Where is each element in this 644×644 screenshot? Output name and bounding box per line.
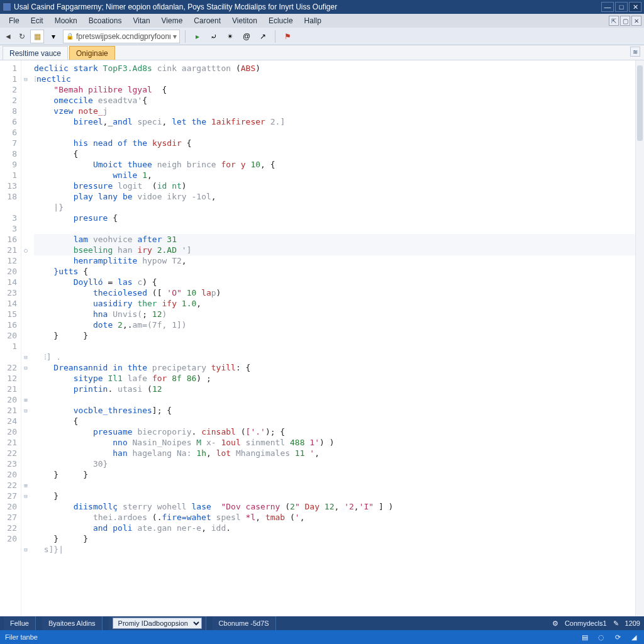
menu-mookn[interactable]: Mookn <box>50 15 82 26</box>
forward-icon[interactable]: ↻ <box>16 31 28 42</box>
link-icon[interactable]: ✴ <box>223 30 237 43</box>
code-line[interactable]: decliic stark TopF3.Ad8s cink aargattton… <box>34 63 635 74</box>
back-icon[interactable]: ◄ <box>3 31 14 42</box>
code-line[interactable]: vzew note_j <box>34 106 635 116</box>
code-line[interactable]: wnile 1, <box>34 170 635 180</box>
menu-vitan[interactable]: Vitan <box>128 15 155 26</box>
status-sep: ✎ <box>613 619 619 628</box>
code-line[interactable]: omeccile eseadtva'{ <box>34 95 635 106</box>
globe-icon[interactable]: @ <box>240 30 253 43</box>
tab-originaie[interactable]: Oniginaie <box>69 46 115 60</box>
status-bell-icon[interactable]: ◌ <box>596 632 606 642</box>
status-doc-icon[interactable]: ▤ <box>580 632 590 642</box>
code-line[interactable]: and poli ate.gan ner-e, idd. <box>34 523 635 533</box>
refresh-icon[interactable]: ⤾ <box>207 30 221 43</box>
code-line[interactable]: { <box>34 148 635 159</box>
code-line[interactable]: } } <box>34 533 635 544</box>
code-line[interactable]: "Bemah pilibre lgyal { <box>34 84 635 95</box>
scrollbar-thumb[interactable] <box>637 65 643 141</box>
status-signal-icon[interactable]: ◢ <box>629 632 639 642</box>
status-seg-fellue[interactable]: Fellue <box>4 616 36 630</box>
restore-icon[interactable]: ⇱ <box>609 16 619 26</box>
code-line[interactable]: dote 2,.am=(7f, 1]) <box>34 319 635 330</box>
code-line[interactable]: his nead of the kysdir { <box>34 138 635 148</box>
code-line[interactable]: ⁝] . <box>34 352 635 362</box>
code-line[interactable]: han hagelang Na: 1h, lot Mhangimales 11 … <box>34 448 635 458</box>
maximize-icon[interactable]: □ <box>615 2 628 12</box>
code-line[interactable]: s]}| <box>34 544 635 555</box>
code-line[interactable] <box>34 341 635 352</box>
code-line[interactable]: theciolesed ([ 'O" 10 lap) <box>34 287 635 298</box>
tab-realtime[interactable]: Resltime vauce <box>3 46 68 60</box>
fold-column[interactable]: ⊟○⊟⊟⊞⊟⊞⊟⊟ <box>21 60 30 616</box>
code-line[interactable]: Doylló = las c) { <box>34 277 635 287</box>
flag-icon[interactable]: ⚑ <box>280 30 294 43</box>
code-line[interactable]: bireel,_andl speci, let the 1aikfireser … <box>34 116 635 127</box>
menu-file[interactable]: Fle <box>4 15 25 26</box>
status-gear-icon[interactable]: ⚙ <box>552 619 558 628</box>
code-line[interactable]: }utts { <box>34 266 635 277</box>
menu-help[interactable]: Hallp <box>299 15 326 26</box>
code-line[interactable]: play lany be vidoe ikry -1ol, <box>34 191 635 202</box>
address-bar[interactable]: 🔒 ▾ <box>63 30 180 43</box>
address-dropdown-icon[interactable]: ▾ <box>173 32 177 41</box>
menu-edit[interactable]: Ecit <box>26 15 48 26</box>
close-inner-icon[interactable]: ✕ <box>631 16 641 26</box>
code-line[interactable]: printin. utasi (12 <box>34 384 635 394</box>
code-line[interactable]: nno Nasin_Noipes M x- 1oul sinmentl 488 … <box>34 437 635 448</box>
code-line[interactable]: sitype Il1 lafe for 8f 86) ; <box>34 373 635 384</box>
code-line[interactable]: vocble_thresines]; { <box>34 405 635 416</box>
status-seg-cbonume[interactable]: Cbonume -5d7S <box>213 616 276 630</box>
code-line[interactable]: } <box>34 491 635 501</box>
code-line[interactable]: bressure logit (id nt) <box>34 180 635 191</box>
address-input[interactable] <box>76 32 170 41</box>
tab-strip: Resltime vauce Oniginaie ≋ <box>0 45 644 60</box>
title-bar: Usal Casind Fapgarmerny; Nimer eopion of… <box>0 0 644 14</box>
code-line[interactable]: henramplitite hypow T2, <box>34 255 635 266</box>
window-title: Usal Casind Fapgarmerny; Nimer eopion of… <box>14 3 337 11</box>
code-line[interactable] <box>34 127 635 138</box>
code-line[interactable]: presuame biecroporiy. cinsabl (['.'); { <box>34 426 635 437</box>
status-seg-byaitoes[interactable]: Byaitoes Aldins <box>42 616 103 630</box>
code-line[interactable]: ⁝nectlic <box>34 74 635 84</box>
code-line[interactable] <box>34 480 635 491</box>
new-file-icon[interactable]: ▦ <box>30 30 44 43</box>
menu-eclucle[interactable]: Eclucle <box>264 15 298 26</box>
code-line[interactable]: presure { <box>34 213 635 223</box>
code-line[interactable]: 30} <box>34 458 635 469</box>
status-sync-icon[interactable]: ⟳ <box>613 632 623 642</box>
code-line[interactable] <box>34 394 635 405</box>
code-line[interactable]: bseeling han iry 2.AD '] <box>34 245 635 255</box>
toolbar-separator <box>185 30 186 43</box>
code-line[interactable]: hna Unvis(; 12) <box>34 309 635 319</box>
code-line[interactable]: diismollç sterry wohell lase "Dov casern… <box>34 501 635 512</box>
code-line[interactable]: Dreansannid in thte precipetary tyill: { <box>34 362 635 373</box>
vertical-scrollbar[interactable] <box>635 60 644 616</box>
menu-vietiton[interactable]: Vietiton <box>227 15 262 26</box>
zoom-icon[interactable]: ↗ <box>256 30 270 43</box>
code-line[interactable]: Umoict thuee neigh brince for y 10, { <box>34 159 635 170</box>
code-line[interactable]: thei.ardoes (.fire=wahet spesl *l, tmab … <box>34 512 635 523</box>
code-line[interactable]: lam veohvice after 31 <box>34 234 635 245</box>
menu-bcoation[interactable]: Bcoations <box>84 15 127 26</box>
menu-caroent[interactable]: Caroent <box>189 15 226 26</box>
status-conmydecls: Conmydecls1 <box>565 619 607 627</box>
minimize-icon[interactable]: — <box>601 2 614 12</box>
lock-icon: 🔒 <box>66 33 74 40</box>
tabstrip-overflow-icon[interactable]: ≋ <box>630 47 640 57</box>
code-line[interactable]: } } <box>34 469 635 480</box>
window-icon[interactable]: ▢ <box>620 16 630 26</box>
status-select-promiy[interactable]: Promiy IDadbogopsion <box>113 618 202 629</box>
code-line[interactable] <box>34 223 635 234</box>
code-line[interactable]: } } <box>34 330 635 341</box>
menu-vieme[interactable]: Vieme <box>157 15 188 26</box>
run-icon[interactable]: ▸ <box>191 30 204 43</box>
code-line[interactable]: { <box>34 416 635 426</box>
status-bar-secondary: Filer tanbe ▤ ◌ ⟳ ◢ <box>0 630 644 644</box>
code-line[interactable]: |} <box>34 202 635 213</box>
chevron-down-icon[interactable]: ▾ <box>47 30 60 43</box>
code-line[interactable]: uasidiry ther ify 1.0, <box>34 298 635 309</box>
code-editor[interactable]: 1122866789113183316211220142314151620122… <box>0 60 644 616</box>
code-area[interactable]: decliic stark TopF3.Ad8s cink aargattton… <box>30 60 635 616</box>
close-icon[interactable]: ✕ <box>629 2 641 12</box>
